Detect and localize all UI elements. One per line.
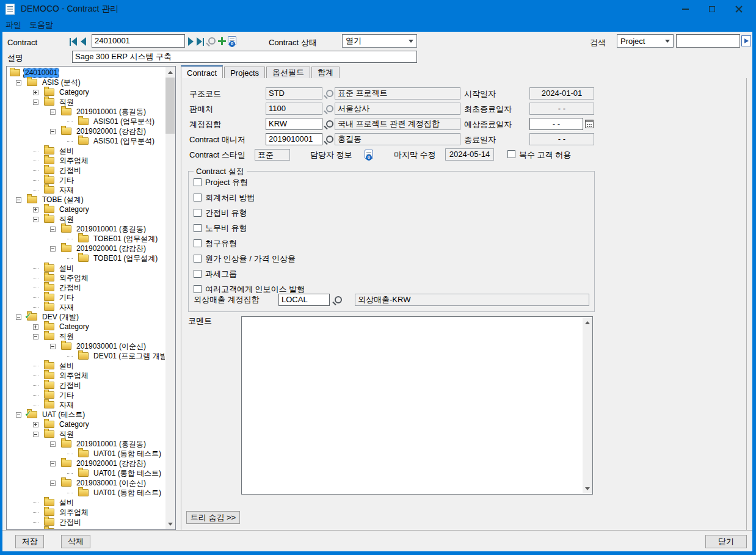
- tree-expander-icon[interactable]: [67, 356, 73, 357]
- tree-node[interactable]: ASIS (분석): [8, 78, 165, 87]
- search-type-select[interactable]: Project: [617, 34, 674, 48]
- tree-node[interactable]: 2019020001 (강감찬): [8, 244, 165, 253]
- tab[interactable]: Projects: [224, 67, 265, 78]
- tree-expander-icon[interactable]: [16, 314, 21, 320]
- tree-expander-icon[interactable]: [67, 493, 73, 493]
- tree-expander-icon[interactable]: [67, 473, 73, 474]
- option-checkbox[interactable]: [194, 224, 202, 232]
- tree-node[interactable]: 외주업체: [8, 507, 165, 517]
- tree-node[interactable]: 간접비: [8, 380, 165, 390]
- tree-expander-icon[interactable]: [33, 422, 38, 427]
- tree-expander-icon[interactable]: [33, 151, 38, 151]
- search-go-icon[interactable]: [741, 35, 751, 46]
- tree-expander-icon[interactable]: [33, 395, 38, 396]
- option-checkbox[interactable]: [194, 194, 202, 201]
- tree-expander-icon[interactable]: [33, 288, 38, 288]
- tree-expander-icon[interactable]: [67, 122, 73, 122]
- ar-account-set-input[interactable]: LOCAL: [278, 294, 330, 306]
- tree-node[interactable]: 직원: [8, 97, 165, 107]
- tree-node[interactable]: 2019010001 (홍길동): [8, 224, 165, 234]
- comment-textarea[interactable]: [242, 317, 583, 494]
- tree-expander-icon[interactable]: [50, 109, 56, 115]
- option-checkbox[interactable]: [194, 239, 202, 247]
- minimize-button[interactable]: [672, 0, 699, 18]
- tree-scrollbar[interactable]: [165, 67, 175, 529]
- tree-node[interactable]: DEV01 (프로그램 개발): [8, 351, 165, 361]
- scroll-up-icon[interactable]: [583, 317, 592, 327]
- tree-expander-icon[interactable]: [50, 344, 56, 349]
- ar-account-set-finder-icon[interactable]: [335, 296, 342, 303]
- nav-first-button[interactable]: [70, 37, 77, 46]
- contract-number-input[interactable]: 24010001: [92, 34, 185, 48]
- tree-expander-icon[interactable]: [16, 80, 21, 85]
- tree-node[interactable]: 간접비: [8, 165, 165, 175]
- manager-input[interactable]: 2019010001: [266, 133, 322, 145]
- comment-scrollbar[interactable]: [583, 317, 592, 493]
- tree-expander-icon[interactable]: [33, 522, 38, 523]
- tree-node[interactable]: 외주업체: [8, 273, 165, 283]
- tree-expander-icon[interactable]: [67, 141, 73, 142]
- option-checkbox[interactable]: [194, 178, 202, 186]
- tree-expander-icon[interactable]: [16, 197, 21, 203]
- contract-finder-icon[interactable]: [208, 37, 216, 45]
- tree-node[interactable]: 24010001: [8, 68, 165, 78]
- tree-node[interactable]: TOBE (설계): [8, 195, 165, 205]
- tree-node[interactable]: 외주업체: [8, 156, 165, 165]
- new-contract-icon[interactable]: [218, 37, 226, 45]
- account-set-input[interactable]: KRW: [266, 118, 322, 130]
- manager-finder-icon[interactable]: [326, 136, 333, 143]
- scroll-down-icon[interactable]: [583, 484, 592, 493]
- tree-node[interactable]: 직원: [8, 214, 165, 224]
- tree-expander-icon[interactable]: [33, 170, 38, 171]
- tree-node[interactable]: 기타: [8, 527, 165, 529]
- tree-expander-icon[interactable]: [33, 161, 38, 161]
- option-checkbox[interactable]: [194, 255, 202, 263]
- tree-expander-icon[interactable]: [33, 180, 38, 181]
- manager-info-drilldown-icon[interactable]: [365, 150, 373, 159]
- nav-prev-button[interactable]: [81, 37, 86, 46]
- tree-expander-icon[interactable]: [33, 100, 38, 105]
- expected-end-date-input[interactable]: - -: [529, 118, 583, 130]
- multi-customer-checkbox[interactable]: [507, 150, 515, 158]
- tree-expander-icon[interactable]: [50, 441, 56, 447]
- tree-expander-icon[interactable]: [33, 366, 38, 366]
- tree-expander-icon[interactable]: [67, 239, 73, 239]
- structure-finder-icon[interactable]: [326, 90, 333, 97]
- tree-expander-icon[interactable]: [50, 246, 56, 252]
- scrollbar-thumb[interactable]: [165, 78, 175, 134]
- tree-node[interactable]: TOBE01 (업무설계): [8, 253, 165, 263]
- tree-node[interactable]: 외주업체: [8, 371, 165, 380]
- tree-expander-icon[interactable]: [50, 227, 56, 232]
- tree-expander-icon[interactable]: [33, 278, 38, 278]
- contract-status-select[interactable]: 열기: [342, 34, 417, 48]
- tree-expander-icon[interactable]: [33, 405, 38, 405]
- tree-expander-icon[interactable]: [33, 307, 38, 308]
- tree-node[interactable]: 설비: [8, 361, 165, 371]
- hide-tree-button[interactable]: 트리 숨김 >>: [186, 511, 240, 524]
- tree-expander-icon[interactable]: [67, 258, 73, 259]
- account-set-finder-icon[interactable]: [326, 120, 333, 128]
- tree-node[interactable]: 간접비: [8, 517, 165, 527]
- tree-node[interactable]: 기타: [8, 390, 165, 400]
- tree-node[interactable]: 2019020001 (강감찬): [8, 459, 165, 468]
- save-button[interactable]: 저장: [15, 535, 44, 548]
- tree-node[interactable]: ASIS01 (업무분석): [8, 117, 165, 126]
- tree-expander-icon[interactable]: [33, 375, 38, 376]
- tree-expander-icon[interactable]: [33, 268, 38, 269]
- tree-node[interactable]: 직원: [8, 429, 165, 439]
- delete-button[interactable]: 삭제: [61, 535, 90, 548]
- tree-node[interactable]: Category: [8, 205, 165, 214]
- scroll-down-icon[interactable]: [165, 519, 175, 529]
- tab[interactable]: 합계: [311, 67, 340, 78]
- tree-expander-icon[interactable]: [50, 129, 56, 134]
- tree-expander-icon[interactable]: [33, 90, 38, 95]
- tree-expander-icon[interactable]: [16, 412, 21, 418]
- tree-node[interactable]: 설비: [8, 263, 165, 273]
- close-button[interactable]: [725, 0, 752, 18]
- tree-node[interactable]: 자재: [8, 185, 165, 195]
- tree-node[interactable]: 직원: [8, 332, 165, 341]
- tree-node[interactable]: 2019010001 (홍길동): [8, 439, 165, 449]
- tree-expander-icon[interactable]: [50, 481, 56, 486]
- tree-node[interactable]: 기타: [8, 175, 165, 185]
- tree-node[interactable]: Category: [8, 87, 165, 97]
